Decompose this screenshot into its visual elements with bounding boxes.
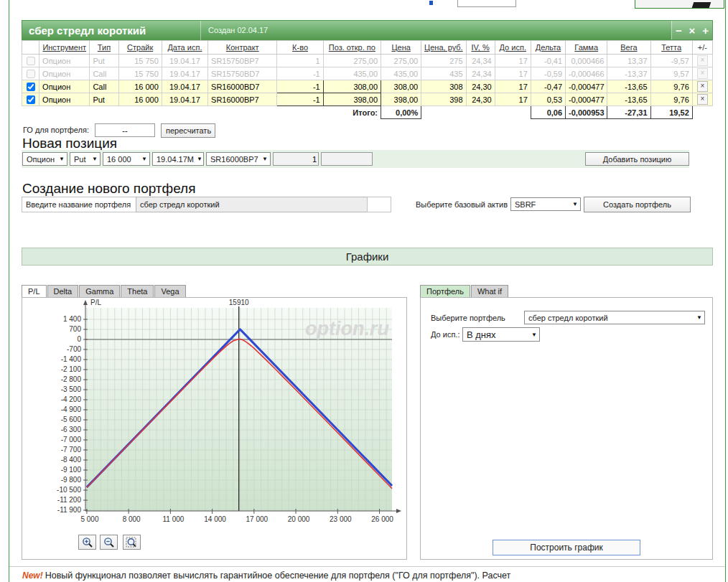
svg-text:26 000: 26 000 (371, 515, 393, 523)
cut-off-input[interactable] (457, 0, 516, 7)
zoom-out-button[interactable] (100, 535, 118, 550)
close-portfolio-button[interactable]: × (689, 25, 696, 36)
svg-text:-5 600: -5 600 (61, 416, 82, 423)
sort-link[interactable]: Поз. откр. по (329, 43, 375, 52)
type-select[interactable]: Put▼ (70, 152, 101, 166)
cell-iv: 24,30 (466, 80, 495, 93)
contract-select[interactable]: SR16000BP7▼ (206, 152, 271, 166)
tab-delta[interactable]: Delta (47, 285, 79, 297)
cell-vega: 13,37 (607, 55, 650, 67)
chevron-down-icon: ▼ (531, 332, 537, 338)
svg-text:P/L: P/L (90, 299, 101, 306)
zoom-select-button[interactable] (123, 535, 141, 550)
collapse-portfolio-button[interactable]: − (676, 25, 682, 36)
delete-row-button[interactable]: × (697, 68, 708, 79)
sort-link[interactable]: Тетта (661, 43, 681, 52)
row-checkbox[interactable] (27, 95, 35, 104)
delete-row-button[interactable]: × (697, 94, 708, 105)
totals-end (692, 106, 712, 119)
add-position-button[interactable]: Добавить позицию (585, 152, 689, 166)
delete-row-button[interactable]: × (697, 81, 708, 92)
cell-vega: -13,65 (607, 93, 650, 106)
cell-instrument: Опцион (39, 80, 90, 93)
cell-price: 275,00 (381, 55, 421, 67)
cell-theta: 9,57 (650, 67, 692, 80)
strike-select[interactable]: 16 000▼ (103, 152, 150, 166)
expiry-select[interactable]: 19.04.17M▼ (152, 152, 204, 166)
tab-gamma[interactable]: Gamma (79, 285, 120, 297)
svg-text:-2 100: -2 100 (61, 365, 82, 373)
sort-link[interactable]: Цена, руб. (424, 43, 463, 52)
sort-link[interactable]: Гамма (574, 43, 598, 52)
build-chart-button[interactable]: Построить график (493, 540, 640, 555)
portfolio-name-input[interactable]: сбер стредл короткий (136, 197, 368, 212)
cell-price: 435,00 (381, 67, 421, 80)
tab-портфель[interactable]: Портфель (420, 285, 470, 297)
checkbox-column-header (22, 41, 39, 55)
svg-text:700: 700 (69, 325, 81, 333)
column-header: Тип (90, 41, 118, 55)
qty-input[interactable] (273, 152, 319, 166)
strike-select-value: 16 000 (107, 155, 131, 164)
row-checkbox (27, 57, 35, 65)
instrument-select[interactable]: Опцион▼ (22, 152, 67, 166)
zoom-in-button[interactable] (78, 535, 96, 550)
cell-theta: 9,76 (650, 80, 692, 93)
cell-instrument: Опцион (39, 55, 90, 67)
tab-theta[interactable]: Theta (121, 285, 154, 297)
sort-link[interactable]: Инструмент (42, 43, 86, 52)
add-portfolio-button[interactable]: + (702, 25, 709, 36)
column-header: Дельта (531, 41, 565, 55)
sort-link[interactable]: До исп. (500, 43, 526, 52)
column-header: Поз. откр. по (323, 41, 381, 55)
cut-off-green-box[interactable] (635, 0, 724, 9)
days-select[interactable]: В днях▼ (462, 327, 540, 342)
sort-link[interactable]: Тип (98, 43, 111, 52)
create-portfolio-button[interactable]: Создать портфель (584, 197, 691, 212)
cell-date: 19.04.17 (162, 80, 207, 93)
new-badge: New! (22, 571, 43, 581)
svg-text:-6 300: -6 300 (61, 426, 82, 433)
tab-pl[interactable]: P/L (22, 285, 47, 297)
sort-link[interactable]: Вега (620, 43, 637, 52)
sort-link[interactable]: Контракт (226, 43, 259, 52)
cell-strike: 16 000 (118, 80, 162, 93)
sort-link[interactable]: Дата исп. (167, 43, 202, 52)
cell-price_rub: 275 (421, 55, 466, 67)
base-asset-select[interactable]: SBRF▼ (510, 197, 581, 211)
column-header: Страйк (118, 41, 162, 55)
totals-spacer (421, 106, 531, 119)
sort-link[interactable]: Дельта (536, 43, 561, 52)
column-header: Цена, руб. (421, 41, 466, 55)
price-input[interactable] (321, 152, 373, 166)
cell-pos: 435,00 (323, 67, 381, 80)
page-border-right (725, 0, 726, 582)
delete-row-button[interactable]: × (697, 55, 708, 66)
row-checkbox[interactable] (27, 83, 35, 91)
zoom-in-icon (82, 537, 93, 548)
portfolio-header: сбер стредл короткий Создан 02.04.17 − ×… (22, 20, 713, 40)
contract-select-value: SR16000BP7 (210, 155, 258, 164)
cell-contract: SR16000BD7 (208, 80, 277, 93)
sort-link[interactable]: Цена (391, 43, 410, 52)
column-header: Инструмент (39, 41, 90, 55)
sort-link[interactable]: Страйк (127, 43, 153, 52)
charts-section-title: Графики (22, 248, 713, 266)
sort-link[interactable]: IV, % (471, 43, 489, 52)
sort-link[interactable]: К-во (292, 43, 308, 52)
pl-chart[interactable]: option.ru15910P/L1 4007000-700-1 400-2 1… (22, 298, 406, 529)
column-header: Гамма (566, 41, 607, 55)
cell-price_rub: 308 (421, 80, 466, 93)
recalculate-button[interactable]: пересчитать (161, 123, 215, 138)
cell-delta: -0,59 (531, 67, 565, 80)
tab-what-if[interactable]: What if (471, 285, 508, 297)
instrument-select-value: Опцион (27, 155, 55, 164)
cell-pos: 398,00 (323, 93, 381, 106)
zoom-out-icon (103, 537, 115, 548)
svg-text:1 400: 1 400 (63, 315, 81, 323)
cell-iv: 24,34 (466, 55, 495, 67)
cell-strike: 15 750 (118, 67, 162, 80)
portfolio-select[interactable]: сбер стредл короткий▼ (524, 311, 705, 324)
tab-vega[interactable]: Vega (154, 285, 185, 297)
cell-price: 308,00 (381, 80, 421, 93)
